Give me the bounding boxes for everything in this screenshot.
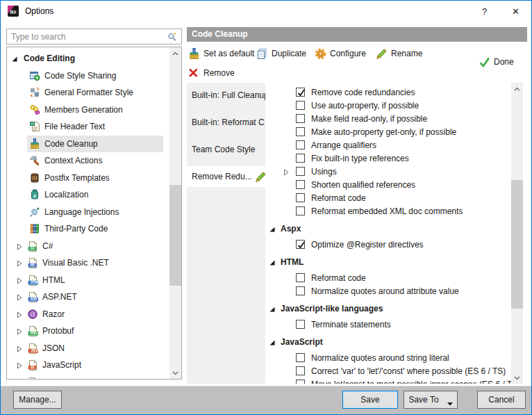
tree-item-language-injections[interactable]: Language Injections [27, 204, 163, 221]
tree-item-code-cleanup[interactable]: Code Cleanup [27, 136, 163, 153]
option-checkbox-row[interactable]: Reformat code [265, 191, 511, 204]
expanded-triangle-icon[interactable] [269, 259, 276, 266]
profile-item[interactable]: Remove Redu... [187, 166, 265, 187]
expanded-triangle-icon[interactable] [269, 305, 276, 312]
save-button[interactable]: Save [342, 391, 398, 409]
scroll-up-icon[interactable] [511, 83, 523, 95]
checkbox[interactable] [296, 88, 305, 97]
option-checkbox-row[interactable]: Reformat code [265, 271, 511, 284]
tree-item-visual-basic-net[interactable]: VBVisual Basic .NET [7, 254, 181, 272]
checkbox[interactable] [296, 273, 305, 282]
remove-button[interactable]: Remove [188, 66, 235, 80]
tree-item-c-[interactable]: C#C# [7, 238, 181, 255]
tree-item-label: Visual Basic .NET [42, 258, 109, 268]
checkbox[interactable] [296, 206, 305, 215]
profile-item[interactable]: Built-in: Reformat C... [187, 112, 265, 133]
options-scrollbar-thumb[interactable] [511, 180, 523, 309]
collapsed-triangle-icon[interactable] [16, 345, 23, 352]
option-checkbox-row[interactable]: Remove code redundancies [265, 86, 511, 99]
checkbox[interactable] [296, 167, 305, 176]
rename-button[interactable]: Rename [376, 47, 422, 60]
options-scrollbar[interactable] [511, 83, 523, 384]
tree-item-javascript[interactable]: JSJavaScript [7, 357, 181, 374]
profile-item[interactable]: Built-in: Full Cleanup [187, 85, 265, 106]
tree-item-html[interactable]: HTMLHTML [7, 272, 181, 289]
option-checkbox-row[interactable]: Use auto-property, if possible [265, 99, 511, 112]
option-checkbox-row[interactable]: Correct 'var' to 'let'/'const' where pos… [265, 364, 511, 377]
collapsed-triangle-icon[interactable] [16, 293, 23, 300]
option-checkbox-row[interactable]: Terminate statements [265, 318, 511, 331]
tree-item-general-formatter-style[interactable]: General Formatter Style [27, 84, 163, 101]
done-button[interactable]: Done [479, 55, 514, 69]
option-checkbox-row[interactable]: Normalize quotes around attribute value [265, 284, 511, 298]
tree-item-asp-net[interactable]: ASPASP.NET [7, 288, 181, 306]
checkbox[interactable] [296, 114, 305, 123]
checkbox[interactable] [296, 127, 305, 136]
set-as-default-button[interactable]: Set as default [188, 47, 254, 60]
option-checkbox-row[interactable]: Make field read-only, if possible [265, 112, 511, 125]
tree-item-context-actions[interactable]: Context Actions [27, 152, 163, 170]
checkbox[interactable] [296, 154, 305, 163]
checkbox[interactable] [296, 140, 305, 149]
option-checkbox-row[interactable]: Reformat embedded XML doc comments [265, 204, 511, 218]
checkbox[interactable] [296, 193, 305, 202]
context-actions-icon [29, 155, 40, 166]
close-button[interactable]: ✕ [500, 1, 531, 22]
checkbox[interactable] [296, 286, 305, 295]
collapsed-triangle-icon[interactable] [16, 277, 23, 284]
expanded-triangle-icon[interactable] [269, 225, 276, 232]
manage-button[interactable]: Manage... [13, 391, 62, 409]
checkbox[interactable] [296, 101, 305, 110]
checkbox[interactable] [296, 366, 305, 375]
duplicate-button[interactable]: Duplicate [256, 47, 306, 60]
expanded-triangle-icon[interactable] [11, 55, 18, 62]
option-checkbox-row[interactable]: Arrange qualifiers [265, 138, 511, 152]
scroll-up-icon[interactable] [169, 47, 181, 59]
profile-item[interactable]: Team Code Style [187, 139, 265, 160]
collapsed-triangle-icon[interactable] [16, 311, 23, 318]
help-button[interactable]: ? [469, 1, 500, 22]
checkbox[interactable] [296, 180, 305, 189]
option-checkbox-row[interactable]: Fix built-in type references [265, 152, 511, 165]
cancel-button[interactable]: Cancel [477, 391, 526, 409]
edit-pencil-icon[interactable] [255, 171, 265, 182]
option-checkbox-row[interactable]: Move let/const to most possible inner sc… [265, 377, 511, 384]
save-to-button[interactable]: Save To [404, 391, 458, 409]
configure-button[interactable]: Configure [315, 47, 366, 60]
collapsed-triangle-icon[interactable] [16, 327, 23, 334]
tree-item-code-editing[interactable]: Code Editing [7, 50, 181, 67]
collapsed-triangle-icon[interactable] [16, 259, 23, 266]
tree-scrollbar[interactable] [169, 47, 181, 379]
option-checkbox-row[interactable]: Normalize quotes around string literal [265, 351, 511, 364]
checkbox[interactable] [296, 240, 305, 249]
tree-item-members-generation[interactable]: Members Generation [27, 101, 163, 119]
tree-item-protobuf[interactable]: PROProtobuf [7, 323, 181, 340]
option-checkbox-row[interactable]: Make auto-property get-only, if possible [265, 125, 511, 138]
tree-item-razor[interactable]: @Razor [7, 306, 181, 323]
expanded-triangle-icon[interactable] [269, 339, 276, 345]
search-placeholder: Type to search [7, 32, 167, 42]
language-injections-icon [29, 206, 40, 218]
option-checkbox-row[interactable]: Shorten qualified references [265, 178, 511, 191]
option-checkbox-row[interactable]: Optimize @Register directives [265, 238, 511, 251]
collapsed-triangle-icon[interactable] [16, 379, 23, 380]
search-input[interactable]: Type to search [6, 29, 182, 44]
option-checkbox-row[interactable]: Usings [265, 165, 511, 178]
window-title: Options [25, 6, 53, 16]
tree-item-localization[interactable]: aLocalization [27, 186, 163, 204]
checkbox[interactable] [296, 353, 305, 362]
collapsed-triangle-icon[interactable] [16, 361, 23, 368]
tree-item-code-style-sharing[interactable]: Code Style Sharing [27, 67, 163, 85]
scroll-down-icon[interactable] [511, 372, 523, 384]
tree-item-third-party-code[interactable]: Third-Party Code [27, 220, 163, 238]
collapsed-triangle-icon[interactable] [16, 243, 23, 250]
scroll-down-icon[interactable] [169, 367, 181, 379]
checkbox[interactable] [296, 320, 305, 329]
checkbox[interactable] [296, 380, 305, 384]
tree-item-file-header-text[interactable]: File Header Text [27, 118, 163, 136]
collapsed-triangle-icon[interactable] [283, 168, 290, 175]
tree-item-typescript[interactable]: TSTypeScript [7, 374, 181, 380]
tree-scrollbar-thumb[interactable] [169, 185, 181, 286]
tree-item-json[interactable]: JSONJSON [7, 340, 181, 357]
tree-item-postfix-templates[interactable]: Postfix Templates [27, 170, 163, 187]
